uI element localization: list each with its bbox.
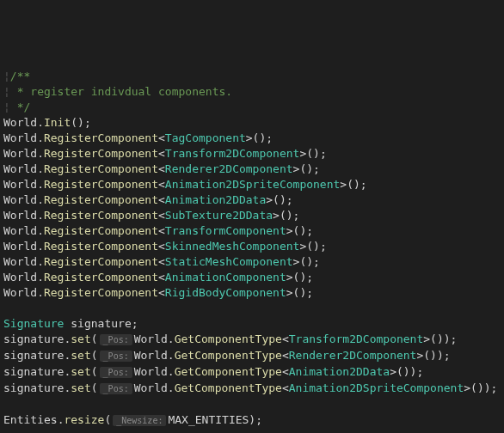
register-call: World.RegisterComponent<Animation2DData>… <box>3 192 501 208</box>
register-call: World.RegisterComponent<AnimationCompone… <box>3 270 501 285</box>
signature-set-call: signature.set(_Pos:World.GetComponentTyp… <box>3 364 501 381</box>
register-call: World.RegisterComponent<Renderer2DCompon… <box>3 162 501 177</box>
comment-line: ¦ */ <box>3 100 501 115</box>
comment-line: ¦/** <box>3 69 501 84</box>
register-call: World.RegisterComponent<SkinnedMeshCompo… <box>3 239 501 254</box>
resize-call: Entities.resize(_Newsize:MAX_ENTITIES); <box>3 412 501 429</box>
register-call: World.RegisterComponent<StaticMeshCompon… <box>3 254 501 270</box>
param-hint: _Pos: <box>100 367 132 378</box>
register-call: World.RegisterComponent<Animation2DSprit… <box>3 177 501 192</box>
init-call: World.Init(); <box>3 115 501 131</box>
param-hint: _Pos: <box>100 351 132 362</box>
param-hint: _Pos: <box>100 334 132 345</box>
comment-line: ¦ * register indivdual components. <box>3 84 501 100</box>
register-block: World.RegisterComponent<TagComponent>();… <box>3 131 501 301</box>
blank-line <box>3 429 501 433</box>
code-editor[interactable]: ¦/**¦ * register indivdual components.¦ … <box>3 69 501 433</box>
blank-line <box>3 397 501 412</box>
signature-block: signature.set(_Pos:World.GetComponentTyp… <box>3 332 501 397</box>
signature-set-call: signature.set(_Pos:World.GetComponentTyp… <box>3 381 501 397</box>
signature-set-call: signature.set(_Pos:World.GetComponentTyp… <box>3 348 501 364</box>
param-hint: _Newsize: <box>113 415 166 426</box>
register-call: World.RegisterComponent<Transform2DCompo… <box>3 146 501 162</box>
signature-set-call: signature.set(_Pos:World.GetComponentTyp… <box>3 332 501 348</box>
param-hint: _Pos: <box>100 383 132 394</box>
register-call: World.RegisterComponent<SubTexture2DData… <box>3 208 501 223</box>
register-call: World.RegisterComponent<TagComponent>(); <box>3 131 501 146</box>
register-call: World.RegisterComponent<TransformCompone… <box>3 223 501 239</box>
signature-decl: Signature signature; <box>3 316 501 332</box>
blank-line <box>3 301 501 316</box>
register-call: World.RegisterComponent<RigidBodyCompone… <box>3 285 501 301</box>
